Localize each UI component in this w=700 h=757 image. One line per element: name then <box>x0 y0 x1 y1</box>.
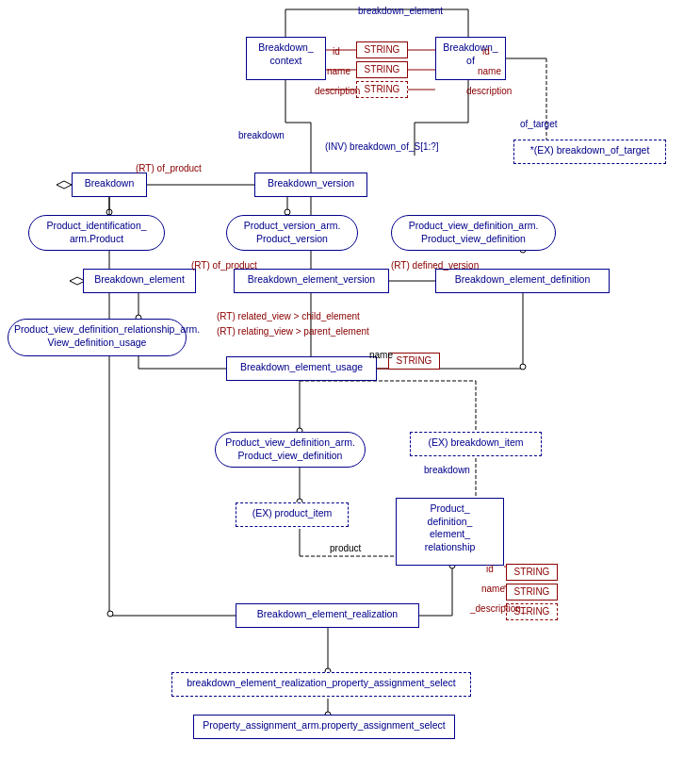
breakdown-item-ex-entity: (EX) breakdown_item <box>410 432 542 456</box>
label-of-target: of_target <box>520 119 557 129</box>
breakdown-element-def-entity: Breakdown_element_definition <box>435 269 610 293</box>
breakdown-elem-real-prop-entity: breakdown_element_realization_property_a… <box>171 672 471 697</box>
label-rt-relating-view: (RT) relating_view > parent_element <box>217 326 369 337</box>
label-name-attr: name <box>369 350 393 360</box>
label-name3: name <box>481 584 505 594</box>
label-breakdown-element-top: breakdown_element <box>358 6 443 16</box>
label-breakdown2: breakdown <box>424 465 470 475</box>
label-id-right: id <box>482 46 490 57</box>
breakdown-entity: Breakdown <box>72 173 147 197</box>
product-view-rel-arm-entity: Product_view_definition_relationship_arm… <box>8 319 187 356</box>
product-view-def-arm2-entity: Product_view_definition_arm.Product_view… <box>215 432 366 468</box>
label-name-left: name <box>327 66 350 76</box>
label-rt-related-view: (RT) related_view > child_element <box>217 311 360 321</box>
breakdown-element-entity: Breakdown_element <box>83 269 196 293</box>
label-desc3: _description_ <box>470 603 526 614</box>
label-desc-right: description <box>466 86 512 96</box>
product-item-ex-entity: (EX) product_item <box>236 502 349 527</box>
product-id-arm-entity: Product_identification_arm.Product <box>28 215 165 251</box>
label-desc-left: description <box>315 86 360 96</box>
string-attr-name2: STRING <box>506 584 558 601</box>
string-attr-id2: STRING <box>506 564 558 581</box>
string-attr-id1: STRING <box>356 41 408 58</box>
string-attr-name3: STRING <box>388 353 440 370</box>
svg-point-40 <box>520 364 526 370</box>
property-assignment-arm-entity: Property_assignment_arm.property_assignm… <box>193 715 455 739</box>
breakdown-of-target-entity: *(EX) breakdown_of_target <box>513 140 666 164</box>
breakdown-version-entity: Breakdown_version <box>254 173 367 197</box>
breakdown-element-usage-entity: Breakdown_element_usage <box>226 356 377 381</box>
breakdown-context-entity: Breakdown_ context <box>246 37 326 80</box>
string-attr-name1: STRING <box>356 61 408 78</box>
svg-marker-18 <box>57 181 72 189</box>
svg-point-60 <box>107 611 113 617</box>
product-def-element-rel-entity: Product_definition_element_relationship <box>396 498 504 566</box>
label-product: product <box>330 543 361 553</box>
label-id-left: id <box>333 46 340 57</box>
label-rt-defined-version: (RT) defined_version <box>391 260 479 271</box>
label-id3: id <box>486 564 494 574</box>
label-inv-breakdown: (INV) breakdown_of_S[1:?] <box>325 141 439 152</box>
breakdown-element-realization-entity: Breakdown_element_realization <box>236 603 419 628</box>
label-rt-of-product1: (RT) of_product <box>136 163 202 173</box>
string-attr-desc1: STRING <box>356 81 408 98</box>
product-view-def-arm-entity: Product_view_definition_arm.Product_view… <box>391 215 556 251</box>
diagram-container: Breakdown_ context Breakdown_of Breakdow… <box>0 0 700 757</box>
label-name-right: name <box>478 66 501 76</box>
breakdown-element-version-entity: Breakdown_element_version <box>234 269 389 293</box>
label-breakdown: breakdown <box>238 130 285 140</box>
product-version-arm-entity: Product_version_arm.Product_version <box>226 215 358 251</box>
label-rt-of-product2: (RT) of_product <box>191 260 257 271</box>
